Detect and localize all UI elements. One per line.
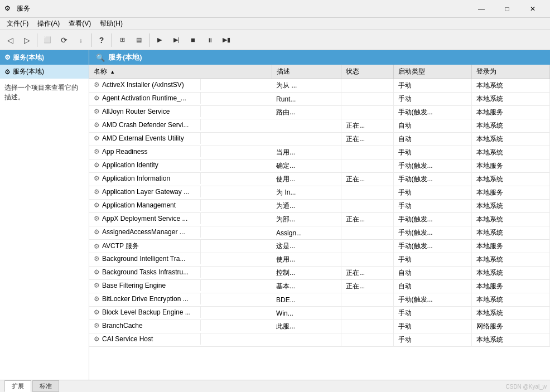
table-row[interactable]: ⚙CAI Service Host手动本地系统 bbox=[89, 333, 550, 347]
cell-status bbox=[341, 226, 393, 240]
cell-login: 本地系统 bbox=[471, 253, 549, 267]
cell-desc: 控制... bbox=[272, 267, 341, 280]
table-row[interactable]: ⚙Base Filtering Engine基本...正在...自动本地服务 bbox=[89, 280, 550, 293]
forward-button[interactable]: ▷ bbox=[19, 32, 35, 48]
cell-startup: 手动 bbox=[393, 333, 471, 347]
cell-login: 本地服务 bbox=[471, 240, 549, 253]
status-bar: 扩展 标准 bbox=[0, 380, 550, 392]
table-row[interactable]: ⚙Agent Activation Runtime_...Runt...手动本地… bbox=[89, 93, 550, 106]
service-icon: ⚙ bbox=[94, 148, 100, 156]
service-icon: ⚙ bbox=[94, 94, 100, 102]
maximize-button[interactable]: □ bbox=[494, 0, 520, 18]
table-row[interactable]: ⚙AVCTP 服务这是...手动(触发...本地服务 bbox=[89, 240, 550, 253]
cell-desc: 路由... bbox=[272, 106, 341, 119]
cell-name: ⚙ActiveX Installer (AxInstSV) bbox=[89, 79, 201, 90]
cell-startup: 手动 bbox=[393, 186, 471, 200]
menu-view[interactable]: 查看(V) bbox=[64, 18, 95, 30]
table-row[interactable]: ⚙BranchCache此服...手动网络服务 bbox=[89, 320, 550, 333]
col-header-startup[interactable]: 启动类型 bbox=[393, 65, 471, 79]
back-button[interactable]: ◁ bbox=[2, 32, 18, 48]
table-row[interactable]: ⚙AMD Crash Defender Servi...正在...自动本地系统 bbox=[89, 119, 550, 133]
play-button[interactable]: ▶ bbox=[152, 32, 167, 48]
cell-name: ⚙CAI Service Host bbox=[89, 333, 201, 345]
cell-login: 本地服务 bbox=[471, 186, 549, 200]
cell-desc: 使用... bbox=[272, 253, 341, 267]
cell-name: ⚙Base Filtering Engine bbox=[89, 280, 201, 291]
cell-login: 本地系统 bbox=[471, 133, 549, 146]
table-row[interactable]: ⚙Background Intelligent Tra...使用...手动本地系… bbox=[89, 253, 550, 267]
toolbar: ◁ ▷ ⬜ ⟳ ↓ ? ⊞ ▤ ▶ ▶| ■ ⏸ ▶▮ bbox=[0, 30, 550, 50]
cell-startup: 自动 bbox=[393, 133, 471, 146]
table-row[interactable]: ⚙BitLocker Drive Encryption ...BDE...手动(… bbox=[89, 293, 550, 307]
cell-login: 本地系统 bbox=[471, 119, 549, 133]
service-name: Application Information bbox=[102, 175, 170, 182]
cell-startup: 手动(触发... bbox=[393, 293, 471, 307]
table-row[interactable]: ⚙Application Management为通...手动本地系统 bbox=[89, 200, 550, 213]
menu-help[interactable]: 帮助(H) bbox=[95, 18, 127, 30]
cell-login: 本地服务 bbox=[471, 159, 549, 173]
next-button[interactable]: ▶▮ bbox=[219, 32, 234, 48]
table-row[interactable]: ⚙AllJoyn Router Service路由...手动(触发...本地服务 bbox=[89, 106, 550, 119]
stop-button[interactable]: ■ bbox=[185, 32, 201, 48]
table-row[interactable]: ⚙Application Identity确定...手动(触发...本地服务 bbox=[89, 159, 550, 173]
table-row[interactable]: ⚙ActiveX Installer (AxInstSV)为从 ...手动本地系… bbox=[89, 79, 550, 93]
play2-button[interactable]: ▶| bbox=[168, 32, 184, 48]
cell-login: 本地系统 bbox=[471, 146, 549, 159]
main-layout: ⚙ 服务(本地) ⚙ 服务(本地) 选择一个项目来查看它的描述。 🔍 服务(本地… bbox=[0, 50, 550, 380]
minimize-button[interactable]: — bbox=[469, 0, 494, 18]
tab-standard[interactable]: 标准 bbox=[32, 380, 59, 392]
grid-button[interactable]: ⊞ bbox=[114, 32, 130, 48]
service-icon: ⚙ bbox=[94, 161, 100, 169]
table-row[interactable]: ⚙AppX Deployment Service ...为部...正在...手动… bbox=[89, 213, 550, 226]
service-icon: ⚙ bbox=[94, 268, 100, 276]
table-row[interactable]: ⚙AMD External Events Utility正在...自动本地系统 bbox=[89, 133, 550, 146]
service-name: AVCTP 服务 bbox=[102, 241, 139, 251]
cell-login: 本地系统 bbox=[471, 333, 549, 347]
cell-startup: 手动(触发... bbox=[393, 226, 471, 240]
refresh-button[interactable]: ⟳ bbox=[56, 32, 72, 48]
col-header-status[interactable]: 状态 bbox=[341, 65, 393, 79]
cell-status: 正在... bbox=[341, 133, 393, 146]
close-button[interactable]: ✕ bbox=[520, 0, 546, 18]
table-row[interactable]: ⚙Application Layer Gateway ...为 In...手动本… bbox=[89, 186, 550, 200]
menu-action[interactable]: 操作(A) bbox=[33, 18, 64, 30]
table-row[interactable]: ⚙AssignedAccessManager ...Assign...手动(触发… bbox=[89, 226, 550, 240]
cell-desc: 使用... bbox=[272, 173, 341, 186]
service-icon: ⚙ bbox=[94, 335, 100, 343]
service-icon: ⚙ bbox=[94, 215, 100, 222]
cell-login: 网络服务 bbox=[471, 320, 549, 333]
cell-name: ⚙Application Information bbox=[89, 173, 201, 184]
col-header-desc[interactable]: 描述 bbox=[272, 65, 341, 79]
cell-startup: 手动 bbox=[393, 146, 471, 159]
cell-name: ⚙AllJoyn Router Service bbox=[89, 106, 201, 117]
cell-startup: 手动(触发... bbox=[393, 106, 471, 119]
help-button[interactable]: ? bbox=[94, 32, 109, 48]
table-row[interactable]: ⚙App Readiness当用...手动本地系统 bbox=[89, 146, 550, 159]
table-row[interactable]: ⚙Background Tasks Infrastru...控制...正在...… bbox=[89, 267, 550, 280]
col-header-name[interactable]: 名称 ▲ bbox=[89, 65, 272, 79]
service-icon: ⚙ bbox=[94, 308, 100, 316]
col-header-login[interactable]: 登录为 bbox=[471, 65, 549, 79]
export-button[interactable]: ↓ bbox=[73, 32, 89, 48]
table-row[interactable]: ⚙Block Level Backup Engine ...Win...手动本地… bbox=[89, 307, 550, 320]
cell-desc: 当用... bbox=[272, 146, 341, 159]
service-icon: ⚙ bbox=[94, 243, 100, 250]
cell-status: 正在... bbox=[341, 119, 393, 133]
sidebar-item-local[interactable]: ⚙ 服务(本地) bbox=[0, 65, 89, 79]
tab-extended[interactable]: 扩展 bbox=[4, 380, 31, 392]
cell-startup: 手动 bbox=[393, 93, 471, 106]
cell-name: ⚙AssignedAccessManager ... bbox=[89, 226, 201, 238]
table-scroll[interactable]: 名称 ▲ 描述 状态 启动类型 登录为 ⚙ActiveX Installer (… bbox=[89, 65, 550, 380]
table-row[interactable]: ⚙Application Information使用...正在...手动(触发.… bbox=[89, 173, 550, 186]
pause-button[interactable]: ⏸ bbox=[202, 32, 218, 48]
cell-login: 本地系统 bbox=[471, 200, 549, 213]
sidebar-header-icon: ⚙ bbox=[4, 54, 11, 61]
services-table: 名称 ▲ 描述 状态 启动类型 登录为 ⚙ActiveX Installer (… bbox=[89, 65, 550, 347]
cell-login: 本地服务 bbox=[471, 280, 549, 293]
service-icon: ⚙ bbox=[94, 175, 100, 182]
service-name: AllJoyn Router Service bbox=[102, 108, 170, 115]
menu-file[interactable]: 文件(F) bbox=[2, 18, 33, 30]
content-header-icon: 🔍 bbox=[96, 54, 105, 62]
up-button[interactable]: ⬜ bbox=[40, 32, 55, 48]
icon-button[interactable]: ▤ bbox=[131, 32, 147, 48]
